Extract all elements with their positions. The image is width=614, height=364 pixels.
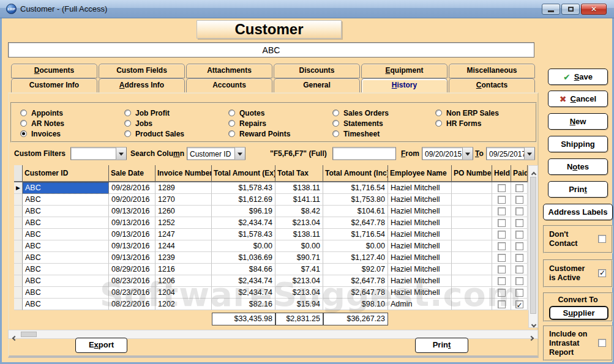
radio-quotes[interactable]: Quotes — [228, 108, 290, 118]
held-checkbox[interactable] — [498, 184, 506, 192]
cell-total-amount-ex[interactable]: $96.19 — [212, 206, 275, 217]
cell-held[interactable] — [492, 252, 511, 264]
cell-total-amount-ex[interactable]: $0.00 — [212, 240, 275, 252]
cell-customer-id[interactable]: ABC — [23, 299, 109, 310]
tab-miscellaneous[interactable]: Miscellaneous — [449, 64, 535, 78]
cell-sale-date[interactable]: 08/23/2016 — [109, 287, 155, 299]
cell-employee-name[interactable]: Haziel Mitchell — [388, 229, 452, 240]
held-checkbox[interactable] — [498, 266, 506, 273]
cell-po-number[interactable] — [452, 206, 492, 217]
cell-total-tax[interactable]: $213.04 — [275, 217, 323, 229]
cell-paid[interactable] — [511, 299, 528, 310]
from-date-select[interactable]: 09/20/2015 — [422, 147, 473, 160]
tab-documents[interactable]: Documents — [11, 64, 97, 78]
col-header-total-amount-ex[interactable]: Total Amount (Ex) — [212, 165, 275, 182]
tab-discounts[interactable]: Discounts — [274, 64, 360, 78]
cell-invoice-number[interactable]: 1202 — [155, 299, 212, 310]
cell-employee-name[interactable]: Haziel Mitchell — [388, 206, 452, 217]
radio-product-sales[interactable]: Product Sales — [124, 128, 184, 139]
cell-held[interactable] — [492, 275, 511, 287]
paid-checkbox[interactable] — [515, 231, 523, 239]
held-checkbox[interactable] — [498, 196, 506, 204]
radio-ar-notes[interactable]: AR Notes — [20, 118, 64, 128]
cell-total-tax[interactable]: $90.71 — [275, 252, 323, 264]
cell-po-number[interactable] — [452, 229, 492, 240]
cell-total-amount-inc[interactable]: $2,647.78 — [323, 217, 388, 229]
customer-is-active-checkbox[interactable] — [598, 269, 606, 277]
paid-checkbox[interactable] — [515, 196, 523, 204]
cell-total-amount-ex[interactable]: $1,612.69 — [212, 194, 275, 206]
search-column-select[interactable]: Customer ID — [187, 147, 245, 160]
cell-total-tax[interactable]: $0.00 — [275, 240, 323, 252]
row-selector[interactable] — [14, 240, 23, 252]
col-header-employee-name[interactable]: Employee Name — [388, 165, 452, 182]
cell-total-amount-inc[interactable]: $2,647.78 — [323, 287, 388, 299]
custom-filters-select[interactable] — [70, 147, 127, 160]
tab-history[interactable]: History — [361, 78, 447, 93]
cell-paid[interactable] — [511, 206, 528, 217]
cell-total-tax[interactable]: $213.04 — [275, 275, 323, 287]
to-date-select[interactable]: 09/25/2017 — [486, 147, 535, 160]
cell-paid[interactable] — [511, 217, 528, 229]
col-header-invoice-number[interactable]: Invoice Number — [155, 165, 212, 182]
cell-po-number[interactable] — [452, 287, 492, 299]
paid-checkbox[interactable] — [515, 219, 523, 227]
cell-invoice-number[interactable]: 1216 — [155, 264, 212, 275]
row-selector[interactable] — [14, 217, 23, 229]
row-selector[interactable] — [14, 252, 23, 264]
radio-jobs[interactable]: Jobs — [124, 118, 184, 128]
cell-sale-date[interactable]: 09/13/2016 — [109, 240, 155, 252]
paid-checkbox[interactable] — [515, 184, 523, 192]
cell-customer-id[interactable]: ABC — [23, 287, 109, 299]
tab-equipment[interactable]: Equipment — [361, 64, 447, 78]
cell-customer-id[interactable]: ABC — [23, 194, 109, 206]
cell-total-amount-inc[interactable]: $1,716.54 — [323, 229, 388, 240]
cell-customer-id[interactable]: ABC — [23, 229, 109, 240]
cell-total-amount-inc[interactable]: $104.61 — [323, 206, 388, 217]
supplier-button[interactable]: Supplier — [549, 306, 608, 320]
cell-employee-name[interactable]: Haziel Mitchell — [388, 252, 452, 264]
grid-row[interactable]: ABC08/29/20161216$84.66$7.41$92.07Haziel… — [14, 264, 538, 275]
col-header-sale-date[interactable]: Sale Date — [109, 165, 155, 182]
col-header-held[interactable]: Held — [492, 165, 511, 182]
cell-sale-date[interactable]: 09/13/2016 — [109, 252, 155, 264]
shipping-button[interactable]: Shipping — [548, 136, 608, 152]
cell-total-amount-ex[interactable]: $1,036.69 — [212, 252, 275, 264]
grid-row[interactable]: ABC09/13/20161244$0.00$0.00$0.00Haziel M… — [14, 240, 538, 252]
cell-held[interactable] — [492, 264, 511, 275]
scroll-right-icon[interactable] — [528, 332, 535, 338]
cell-po-number[interactable] — [452, 252, 492, 264]
radio-invoices[interactable]: Invoices — [20, 128, 64, 139]
cell-total-tax[interactable]: $138.11 — [275, 182, 323, 194]
cell-po-number[interactable] — [452, 275, 492, 287]
cell-total-amount-inc[interactable]: $2,647.78 — [323, 275, 388, 287]
minimize-button[interactable] — [542, 4, 560, 15]
cell-sale-date[interactable]: 08/23/2016 — [109, 275, 155, 287]
cell-total-tax[interactable]: $8.42 — [275, 206, 323, 217]
scroll-left-icon[interactable] — [11, 332, 18, 338]
held-checkbox[interactable] — [498, 242, 506, 250]
paid-checkbox[interactable] — [515, 207, 523, 215]
cell-invoice-number[interactable]: 1247 — [155, 229, 212, 240]
cell-paid[interactable] — [511, 182, 528, 194]
tab-accounts[interactable]: Accounts — [186, 78, 272, 93]
cell-customer-id[interactable]: ABC — [23, 206, 109, 217]
col-header-customer-id[interactable]: Customer ID — [23, 165, 109, 182]
held-checkbox[interactable] — [498, 254, 506, 262]
close-button[interactable]: ✕ — [581, 4, 607, 15]
cell-po-number[interactable] — [452, 299, 492, 310]
cell-sale-date[interactable]: 08/22/2016 — [109, 299, 155, 310]
held-checkbox[interactable] — [498, 277, 506, 285]
radio-job-profit[interactable]: Job Profit — [124, 108, 184, 118]
export-button[interactable]: Export — [75, 338, 127, 353]
row-selector[interactable] — [14, 287, 23, 299]
cell-invoice-number[interactable]: 1270 — [155, 194, 212, 206]
cell-employee-name[interactable]: Haziel Mitchell — [388, 194, 452, 206]
cell-total-tax[interactable]: $15.94 — [275, 299, 323, 310]
cell-invoice-number[interactable]: 1204 — [155, 287, 212, 299]
paid-checkbox[interactable] — [515, 242, 523, 250]
paid-checkbox[interactable] — [515, 300, 523, 308]
cell-employee-name[interactable]: Admin — [388, 299, 452, 310]
cell-total-amount-inc[interactable]: $92.07 — [323, 264, 388, 275]
held-checkbox[interactable] — [498, 219, 506, 227]
